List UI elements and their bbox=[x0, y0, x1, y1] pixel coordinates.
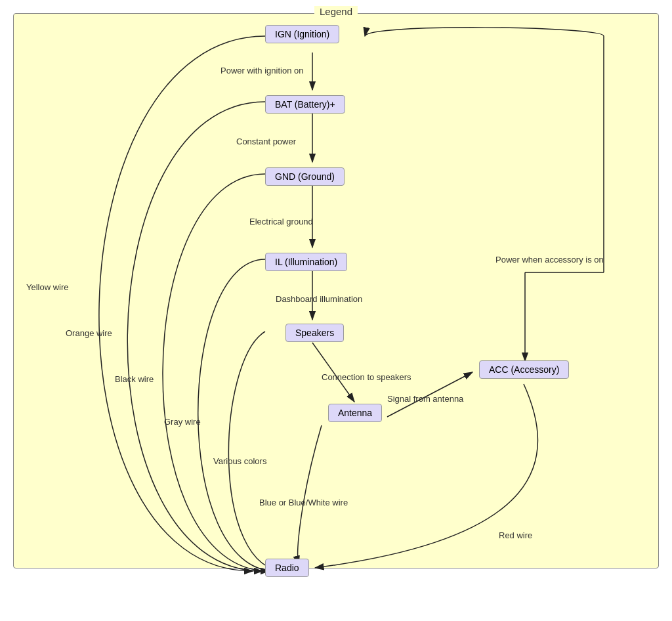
label-various-colors: Various colors bbox=[213, 456, 266, 466]
label-blue-wire: Blue or Blue/White wire bbox=[259, 498, 348, 507]
label-red-wire: Red wire bbox=[499, 530, 532, 540]
label-power-when-accessory: Power when accessory is on bbox=[495, 255, 604, 265]
label-constant-power: Constant power bbox=[236, 137, 296, 146]
node-bat: BAT (Battery)+ bbox=[265, 95, 345, 114]
node-antenna: Antenna bbox=[328, 404, 382, 422]
node-speakers: Speakers bbox=[285, 324, 344, 342]
label-black-wire: Black wire bbox=[115, 374, 154, 384]
label-gray-wire: Gray wire bbox=[164, 417, 201, 427]
label-dashboard-illumination: Dashboard illumination bbox=[276, 294, 362, 304]
node-acc: ACC (Accessory) bbox=[479, 360, 569, 379]
node-il: IL (Illumination) bbox=[265, 253, 347, 271]
label-signal-from-antenna: Signal from antenna bbox=[387, 394, 463, 404]
label-electrical-ground: Electrical ground bbox=[249, 217, 313, 226]
node-gnd: GND (Ground) bbox=[265, 167, 345, 186]
node-ign: IGN (Ignition) bbox=[265, 25, 339, 43]
legend-title: Legend bbox=[314, 6, 358, 17]
label-power-with-ignition: Power with ignition on bbox=[220, 66, 303, 75]
label-connection-to-speakers: Connection to speakers bbox=[322, 372, 411, 382]
label-orange-wire: Orange wire bbox=[66, 328, 112, 338]
node-radio: Radio bbox=[265, 559, 309, 577]
label-yellow-wire: Yellow wire bbox=[26, 282, 69, 292]
outer-container: Legend bbox=[0, 0, 672, 621]
